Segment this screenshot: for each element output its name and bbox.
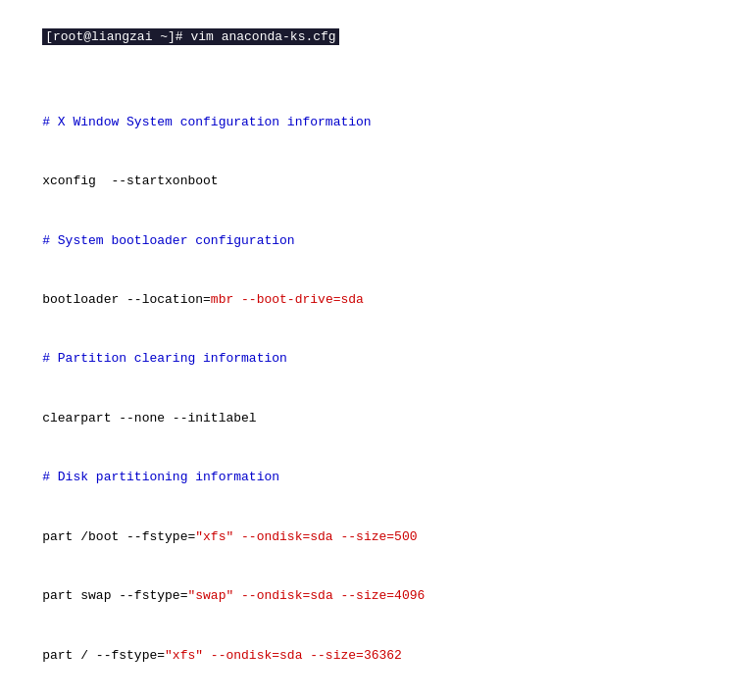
comment-disk-partitioning: # Disk partitioning information — [12, 448, 741, 507]
clearpart-line: clearpart --none --initlabel — [12, 389, 741, 448]
comment-bootloader: # System bootloader configuration — [12, 211, 741, 270]
comment-xwindow: # X Window System configuration informat… — [12, 93, 741, 152]
terminal-window: [root@liangzai ~]# vim anaconda-ks.cfg #… — [0, 0, 753, 700]
xconfig-line: xconfig --startxonboot — [12, 152, 741, 211]
blank-line-1 — [12, 73, 741, 92]
part-swap-line: part swap --fstype="swap" --ondisk=sda -… — [12, 567, 741, 625]
part-boot-line: part /boot --fstype="xfs" --ondisk=sda -… — [12, 508, 741, 567]
bootloader-line: bootloader --location=mbr --boot-drive=s… — [12, 271, 741, 329]
part-root-line: part / --fstype="xfs" --ondisk=sda --siz… — [12, 625, 741, 684]
prompt-line: [root@liangzai ~]# vim anaconda-ks.cfg — [42, 28, 338, 45]
part-home-line: part /home --fstype="xfs" --ondisk=sda -… — [12, 685, 741, 700]
comment-partition-clearing: # Partition clearing information — [12, 329, 741, 388]
